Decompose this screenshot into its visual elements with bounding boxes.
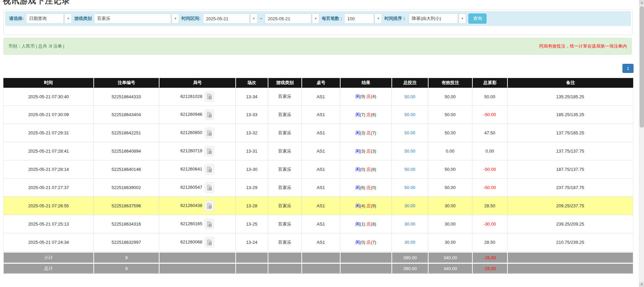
result-player-score: (0) — [360, 167, 367, 172]
total-bet-link[interactable]: 30.00 — [404, 240, 415, 245]
scroll-down-icon[interactable]: ▼ — [639, 282, 644, 287]
cell-session: 13-33 — [235, 106, 268, 124]
cell-round-number: 621260641 — [159, 160, 235, 179]
cell-valid-bet: 50.00 — [428, 179, 472, 197]
cell-result: 闲(0) 庄(8) — [340, 160, 391, 179]
time-range-label: 时间区间: — [181, 16, 200, 22]
pagination: 1 — [622, 64, 634, 73]
round-number-text: 621260165 — [180, 221, 202, 226]
total-bet-link[interactable]: 50.00 — [404, 130, 415, 135]
query-type-input[interactable]: 日期查询 — [26, 14, 64, 24]
chevron-down-icon[interactable]: ▼ — [250, 14, 258, 24]
result-player-score: (9) — [360, 94, 367, 99]
video-replay-button[interactable] — [205, 109, 214, 120]
video-replay-button[interactable] — [205, 182, 214, 193]
game-type-input[interactable]: 百家乐 — [94, 14, 171, 24]
scrollbar-thumb[interactable] — [640, 6, 644, 128]
sum-label: 小计 — [3, 252, 93, 263]
column-header: 注单编号 — [93, 78, 159, 87]
cell-valid-bet: 30.00 — [428, 197, 472, 215]
table-header-row: 时间注单编号局号场次游戏类别桌号结果总投注有效投注总派彩备注 — [3, 78, 633, 87]
page-title: 视讯游戏下注记录 — [3, 0, 70, 6]
sum-empty-round — [159, 252, 235, 263]
video-replay-button[interactable] — [205, 219, 214, 229]
result-banker-score: (3) — [371, 149, 376, 154]
table-body: 2025-05-21 07:30:40522518644333621261028… — [3, 87, 633, 274]
chevron-down-icon[interactable]: ▼ — [459, 14, 466, 24]
cell-game-type: 百家乐 — [268, 160, 301, 179]
column-header: 有效投注 — [428, 78, 472, 87]
result-player-label: 闲 — [355, 167, 360, 172]
cell-valid-bet: 50.00 — [428, 106, 472, 124]
date-from-input[interactable]: 2025-05-21 — [203, 14, 250, 24]
cell-remark: 135.25/185.25 — [507, 87, 633, 106]
total-bet-link[interactable]: 50.00 — [404, 149, 415, 154]
column-header: 时间 — [3, 78, 93, 87]
cell-valid-bet: 30.00 — [428, 233, 472, 252]
video-replay-button[interactable] — [205, 237, 214, 247]
scroll-up-icon[interactable]: ▲ — [639, 0, 644, 5]
result-player-label: 闲 — [355, 94, 360, 99]
result-banker-label: 庄 — [367, 240, 371, 245]
result-banker-score: (4) — [371, 94, 376, 99]
date-to-input[interactable]: 2025-05-21 — [265, 14, 311, 24]
cell-total-bet: 50.00 — [391, 106, 428, 124]
cell-result: 闲(1) 庄(8) — [340, 215, 391, 233]
result-player-label: 闲 — [355, 149, 360, 154]
total-bet-link[interactable]: 30.00 — [404, 203, 415, 208]
result-player-label: 闲 — [355, 221, 360, 227]
result-banker-label: 庄 — [367, 221, 371, 227]
column-header: 备注 — [507, 78, 633, 87]
cell-round-number: 621260165 — [159, 215, 235, 233]
cell-result: 闲(0) 庄(7) — [340, 233, 391, 252]
result-player-score: (4) — [360, 203, 367, 208]
cell-bet-number: 522518644333 — [93, 87, 159, 106]
sum-total-bet: 390.00 — [391, 263, 428, 274]
cell-total-bet: 50.00 — [391, 124, 428, 142]
cell-total-bet: 50.00 — [391, 142, 428, 160]
column-header: 总投注 — [391, 78, 428, 87]
total-bet-link[interactable]: 30.00 — [404, 221, 415, 227]
cell-valid-bet: 30.00 — [428, 215, 472, 233]
cell-time: 2025-05-21 07:29:31 — [3, 124, 93, 142]
video-replay-button[interactable] — [205, 164, 214, 175]
vertical-scrollbar[interactable]: ▲ ▼ — [639, 0, 644, 287]
result-player-score: (7) — [360, 112, 367, 117]
cell-remark: 185.25/135.25 — [507, 106, 633, 124]
chevron-down-icon[interactable]: ▼ — [375, 14, 382, 24]
search-button[interactable]: 查询 — [468, 14, 487, 24]
total-bet-link[interactable]: 50.00 — [404, 167, 415, 172]
cell-time: 2025-05-21 07:28:14 — [3, 160, 93, 179]
sum-empty-game — [268, 252, 301, 263]
cell-total-bet: 50.00 — [391, 179, 428, 197]
chevron-down-icon[interactable]: ▼ — [172, 14, 179, 24]
cell-table-number: AS1 — [301, 87, 340, 106]
video-replay-button[interactable] — [205, 92, 214, 102]
cell-valid-bet: 50.00 — [428, 124, 472, 142]
video-replay-button[interactable] — [205, 201, 214, 211]
video-file-icon — [207, 185, 212, 191]
cell-session: 13-31 — [235, 142, 268, 160]
video-replay-button[interactable] — [205, 146, 214, 156]
video-replay-button[interactable] — [205, 128, 214, 138]
per-page-input[interactable]: 100 — [344, 14, 374, 24]
cell-game-type: 百家乐 — [268, 106, 301, 124]
column-header: 局号 — [159, 78, 235, 87]
cell-total-bet: 50.00 — [391, 160, 428, 179]
bet-records-table: 时间注单编号局号场次游戏类别桌号结果总投注有效投注总派彩备注 2025-05-2… — [3, 78, 633, 274]
total-bet-link[interactable]: 50.00 — [404, 185, 415, 190]
video-file-icon — [207, 112, 212, 118]
currency-total-text: 币别：人民币 | 总共 :9 注单 | — [8, 43, 64, 49]
video-file-icon — [207, 221, 212, 227]
page-1-button[interactable]: 1 — [622, 64, 634, 73]
time-sort-input[interactable]: 降幂(由大到小) — [409, 14, 458, 24]
total-bet-link[interactable]: 50.00 — [404, 94, 415, 99]
chevron-down-icon[interactable]: ▼ — [312, 14, 319, 24]
cell-game-type: 百家乐 — [268, 142, 301, 160]
result-banker-score: (8) — [371, 221, 376, 227]
cell-session: 13-30 — [235, 160, 268, 179]
chevron-down-icon[interactable]: ▼ — [64, 14, 72, 24]
sum-empty-result — [340, 263, 391, 274]
cell-round-number: 621260068 — [159, 233, 235, 252]
total-bet-link[interactable]: 50.00 — [404, 112, 415, 117]
